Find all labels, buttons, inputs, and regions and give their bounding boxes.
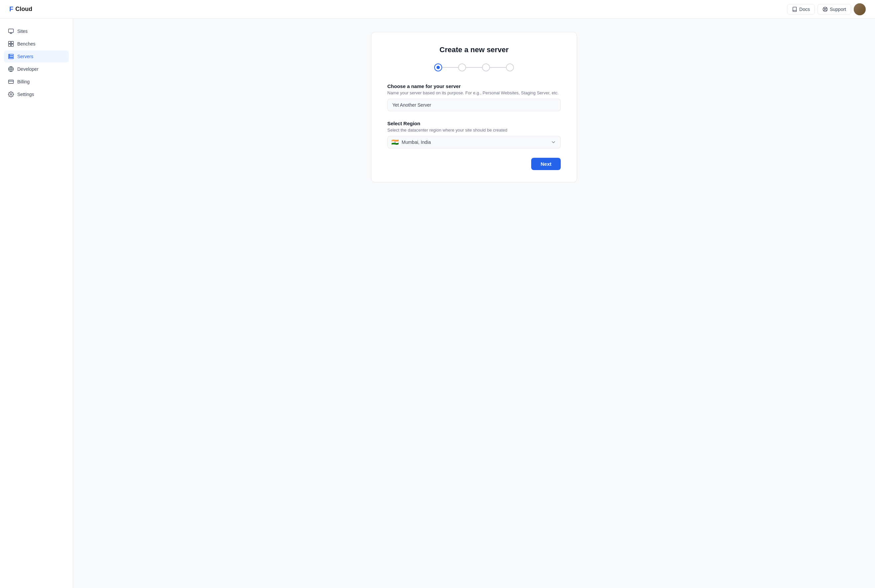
servers-icon (8, 54, 14, 60)
billing-icon (8, 79, 14, 85)
step-1 (434, 63, 442, 71)
server-name-section: Choose a name for your server Name your … (387, 83, 561, 111)
svg-rect-21 (9, 80, 13, 84)
developer-icon (8, 66, 14, 72)
step-line-2 (466, 67, 482, 68)
svg-line-3 (826, 10, 827, 10)
step-line-3 (490, 67, 506, 68)
sidebar: Sites Benches (0, 19, 73, 588)
create-server-card: Create a new server Choose a name for yo… (371, 32, 577, 182)
sidebar-item-benches-label: Benches (17, 41, 35, 46)
region-select[interactable]: Mumbai, India Singapore Frankfurt, Germa… (387, 136, 561, 148)
region-select-wrapper: 🇮🇳 Mumbai, India Singapore Frankfurt, Ge… (387, 136, 561, 148)
step-4 (506, 63, 514, 71)
svg-line-2 (824, 8, 824, 9)
svg-rect-7 (9, 29, 13, 33)
svg-rect-13 (11, 44, 13, 46)
step-2 (458, 63, 466, 71)
sidebar-item-billing[interactable]: Billing (4, 76, 69, 88)
card-footer: Next (387, 158, 561, 170)
avatar-image (854, 3, 866, 15)
svg-rect-11 (11, 42, 13, 44)
sites-icon (8, 28, 14, 34)
logo-text: Cloud (15, 6, 32, 13)
main-content: Create a new server Choose a name for yo… (73, 19, 875, 588)
sidebar-item-benches[interactable]: Benches (4, 38, 69, 50)
server-name-hint: Name your server based on its purpose. F… (387, 90, 561, 95)
svg-line-5 (826, 8, 827, 8)
region-hint: Select the datacenter region where your … (387, 128, 561, 132)
topnav-right: Docs Support (787, 3, 866, 15)
sidebar-item-sites-label: Sites (17, 28, 28, 34)
sidebar-item-servers-label: Servers (17, 54, 33, 59)
settings-icon (8, 92, 14, 98)
server-name-label: Choose a name for your server (387, 83, 561, 89)
server-name-input[interactable] (387, 99, 561, 111)
sidebar-item-billing-label: Billing (17, 79, 30, 84)
sidebar-item-servers[interactable]: Servers (4, 51, 69, 63)
layout: Sites Benches (0, 19, 875, 588)
svg-rect-16 (9, 58, 13, 59)
docs-button[interactable]: Docs (787, 4, 815, 15)
sidebar-item-settings-label: Settings (17, 92, 34, 97)
support-button[interactable]: Support (818, 4, 851, 15)
sidebar-item-settings[interactable]: Settings (4, 88, 69, 100)
logo[interactable]: F Cloud (9, 5, 32, 13)
docs-label: Docs (799, 7, 810, 12)
sidebar-item-developer[interactable]: Developer (4, 63, 69, 75)
support-icon (823, 7, 828, 12)
svg-rect-10 (9, 42, 11, 44)
book-icon (792, 7, 797, 12)
step-line-1 (442, 67, 458, 68)
step-3 (482, 63, 490, 71)
region-label: Select Region (387, 121, 561, 126)
svg-point-17 (9, 55, 10, 55)
next-button[interactable]: Next (531, 158, 561, 170)
card-title: Create a new server (387, 45, 561, 54)
svg-rect-12 (9, 44, 11, 46)
region-section: Select Region Select the datacenter regi… (387, 121, 561, 148)
logo-icon: F (9, 5, 13, 13)
svg-line-6 (824, 10, 824, 10)
sidebar-item-sites[interactable]: Sites (4, 25, 69, 37)
topnav: F Cloud Docs Support (0, 0, 875, 19)
stepper (387, 63, 561, 71)
sidebar-item-developer-label: Developer (17, 66, 39, 72)
support-label: Support (830, 7, 846, 12)
benches-icon (8, 41, 14, 47)
user-avatar[interactable] (854, 3, 866, 15)
svg-point-23 (10, 94, 12, 95)
